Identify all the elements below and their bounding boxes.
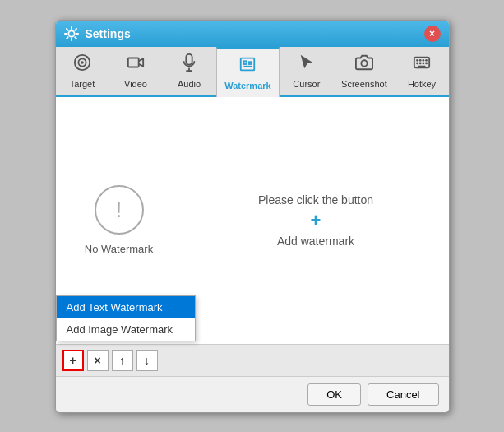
right-panel-line2: Add watermark [277,235,354,248]
svg-rect-8 [244,61,247,64]
tab-video[interactable]: Video [109,47,163,95]
dropdown-item-add-image[interactable]: Add Image Watermark [57,318,195,341]
tab-target-label: Target [70,79,95,89]
screenshot-icon [355,53,373,76]
move-down-button[interactable]: ↓ [136,350,158,371]
settings-title-icon [64,26,79,41]
tab-hotkey[interactable]: Hotkey [395,47,449,95]
close-button[interactable]: × [424,26,441,42]
tab-hotkey-label: Hotkey [408,79,436,89]
settings-window: Settings × Target Video [55,20,450,413]
video-icon [127,53,145,76]
hotkey-icon [413,53,431,76]
tab-video-label: Video [124,79,147,89]
audio-icon [180,53,198,76]
no-watermark-icon: ! [95,185,144,235]
tab-watermark-label: Watermark [224,81,270,91]
no-watermark-label: No Watermark [85,243,153,255]
ok-button[interactable]: OK [307,383,361,406]
tab-watermark[interactable]: Watermark [216,47,280,97]
cursor-icon [298,53,316,76]
right-panel: Please click the button + Add watermark [183,97,449,344]
right-panel-line1: Please click the button [258,193,373,207]
svg-point-3 [81,62,83,63]
watermark-icon [238,55,257,77]
window-title: Settings [86,27,131,40]
target-icon [73,53,91,76]
tab-cursor[interactable]: Cursor [280,47,333,95]
tab-target[interactable]: Target [56,47,109,95]
tab-cursor-label: Cursor [293,79,320,89]
tabs-bar: Target Video Audio [56,47,449,97]
tab-screenshot-label: Screenshot [341,79,387,89]
svg-point-0 [68,30,74,36]
title-bar-left: Settings [64,26,131,41]
delete-watermark-button[interactable]: × [87,350,109,371]
tab-audio[interactable]: Audio [163,47,216,95]
right-panel-plus: + [311,210,321,231]
title-bar: Settings × [56,21,449,47]
add-watermark-button[interactable]: + [62,350,84,371]
tab-screenshot[interactable]: Screenshot [333,47,395,95]
bottom-toolbar: Add Text Watermark Add Image Watermark +… [56,344,449,376]
footer: OK Cancel [56,376,449,412]
move-up-button[interactable]: ↑ [112,350,133,371]
dropdown-menu: Add Text Watermark Add Image Watermark [56,295,196,341]
dropdown-item-add-text[interactable]: Add Text Watermark [57,296,195,318]
svg-point-12 [361,60,367,66]
cancel-button[interactable]: Cancel [368,383,438,406]
tab-audio-label: Audio [178,79,201,89]
svg-rect-4 [128,58,139,67]
